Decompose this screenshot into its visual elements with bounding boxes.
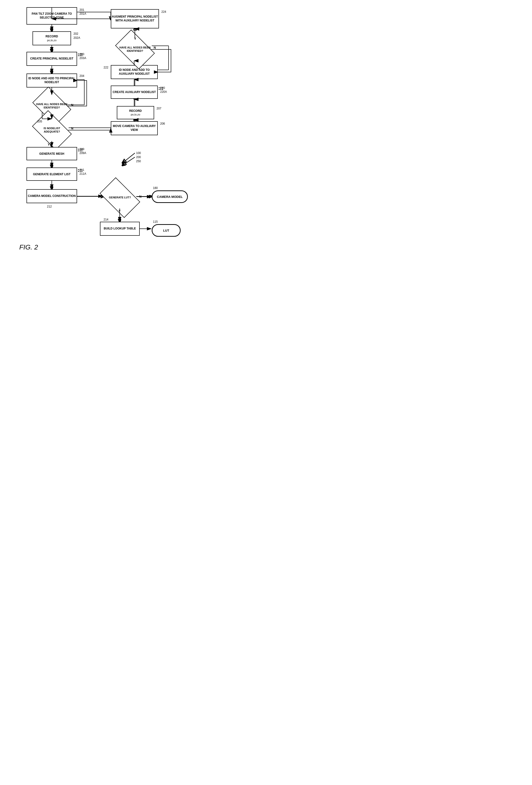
ref-250: 250: [136, 159, 141, 163]
ref-220a: 220A: [160, 90, 167, 94]
ref-115: 115: [153, 220, 158, 223]
ref-222: 222: [104, 66, 108, 69]
id-node-auxiliary-box: ID NODE AND ADD TO AUXILIARY NODELIST: [111, 65, 158, 79]
ref-224: 224: [161, 10, 166, 14]
pan-tilt-zoom-box: PAN TILT ZOOM CAMERA TO SELECTED ZONE: [26, 7, 77, 25]
n-label-1: N: [71, 103, 73, 107]
ref-202: 202: [74, 32, 78, 35]
ref-209: 209: [79, 148, 84, 151]
n-label-adequate: N: [71, 127, 73, 130]
ref-203a: 203A: [79, 56, 86, 60]
figure-label: FIG. 2: [19, 244, 38, 251]
create-auxiliary-box: CREATE AUXILIARY NODELIST: [111, 85, 158, 99]
lut-rounded: LUT: [152, 224, 181, 237]
ref-203: 203: [79, 53, 84, 56]
ref-207: 207: [157, 107, 161, 110]
ref-205: 205: [37, 120, 42, 123]
generate-lut-diamond: GENERATE LUT?: [103, 187, 137, 208]
ref-209a: 209A: [79, 151, 86, 155]
all-nodes-diamond-2: HAVE ALL NODES BEEN IDENTIFIED?: [119, 39, 151, 60]
augment-principal-box: AUGMENT PRINCIPAL NODELIST WITH AUXILIAR…: [111, 9, 159, 28]
record1-box: RECORD po,to,zo: [32, 31, 71, 45]
y-label-lut: Y: [118, 209, 121, 213]
ref-204: 204: [79, 74, 84, 78]
id-node-principal-box: ID NODE AND ADD TO PRINCIPAL NODELIST: [26, 74, 77, 87]
ref-201: 201: [79, 8, 84, 11]
move-camera-box: MOVE CAMERA TO AUXILIARY VIEW: [111, 121, 158, 135]
ref-200: 200: [136, 155, 141, 159]
ref-211: 211: [79, 168, 84, 172]
build-lookup-box: BUILD LOOKUP TABLE: [100, 222, 140, 236]
camera-model-construction-box: CAMERA MODEL CONSTRUCTION: [26, 189, 77, 203]
ref-100: 100: [136, 151, 141, 155]
ref-220: 220: [160, 86, 165, 90]
camera-model-rounded: CAMERA MODEL: [152, 191, 188, 203]
n-label-2: N: [154, 46, 156, 49]
generate-element-box: GENERATE ELEMENT LIST: [26, 168, 77, 181]
y-label-adequate: Y: [48, 143, 50, 146]
all-nodes-diamond-1: HAVE ALL NODES BEEN IDENTIFIED?: [36, 95, 68, 117]
ref-206: 206: [160, 122, 165, 125]
ref-212: 212: [47, 205, 52, 208]
diagram-container: PAN TILT ZOOM CAMERA TO SELECTED ZONE 20…: [0, 0, 207, 304]
generate-mesh-box: GENERATE MESH: [26, 147, 77, 160]
n-label-lut: N: [139, 195, 141, 198]
ref-180: 180: [153, 186, 158, 190]
create-principal-box: CREATE PRINCIPAL NODELIST: [26, 52, 77, 66]
ref-201a: 201A: [79, 12, 86, 16]
ref-202a: 202A: [74, 36, 80, 40]
record2-box: RECORD po,to,zo: [117, 106, 154, 119]
ref-211a: 211A: [79, 172, 86, 175]
y-label-2: Y: [134, 37, 136, 41]
ref-214: 214: [104, 218, 108, 221]
